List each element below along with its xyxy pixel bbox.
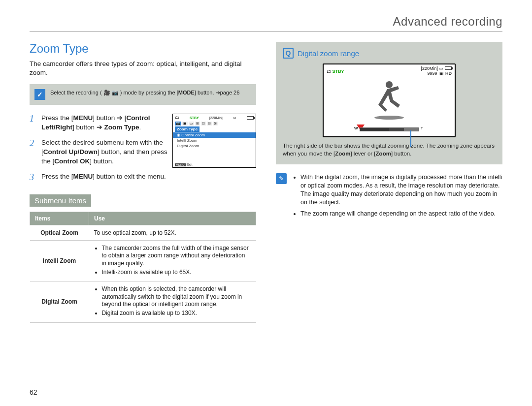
submenu-table: Items Use Optical Zoom To use optical zo… bbox=[30, 212, 256, 323]
step-2: 2 Select the desired submenu item with t… bbox=[30, 138, 168, 166]
tab-row: 📷 ▣▭ ⊞⊡ ⊟⊠ bbox=[173, 121, 256, 126]
digital-zoom-panel: Q Digital zoom range 🗂 STBY [220Min] ▭ 9… bbox=[276, 42, 502, 164]
magnifier-icon: Q bbox=[283, 48, 294, 59]
menu-item-optical: ◉ Optical Zoom bbox=[173, 132, 256, 138]
prerequisite-box: ✓ Select the recording ( 🎥 📷 ) mode by p… bbox=[30, 84, 256, 105]
card-icon: 🗂 bbox=[175, 115, 179, 120]
hd-icon: ▣ bbox=[439, 71, 444, 76]
chapter-header: Advanced recording bbox=[30, 15, 502, 32]
tab-active: 📷 bbox=[175, 122, 181, 125]
camera-icon: 📷 bbox=[112, 90, 119, 95]
left-column: Zoom Type The camcorder offers three typ… bbox=[30, 42, 256, 323]
col-items: Items bbox=[30, 212, 89, 225]
step-1-body: Press the [MENU] button ➔ [Control Left/… bbox=[41, 114, 168, 132]
step-3-body: Press the [MENU] button to exit the menu… bbox=[41, 172, 256, 182]
right-column: Q Digital zoom range 🗂 STBY [220Min] ▭ 9… bbox=[276, 42, 502, 323]
submenu-heading: Submenu Items bbox=[30, 194, 91, 207]
battery-icon bbox=[445, 66, 452, 70]
note-item: With the digital zoom, the image is digi… bbox=[300, 173, 502, 207]
menu-screenshot: 🗂 STBY [220Min] ▭ 📷 ▣▭ ⊞⊡ ⊟⊠ Zoom Type ◉… bbox=[172, 114, 256, 168]
callout-line bbox=[410, 130, 411, 147]
prerequisite-text: Select the recording ( 🎥 📷 ) mode by pre… bbox=[50, 89, 239, 96]
table-row: Digital Zoom When this option is selecte… bbox=[30, 281, 256, 322]
skateboarder-silhouette bbox=[360, 77, 419, 122]
menu-item-digital: Digital Zoom bbox=[173, 143, 256, 149]
page-number: 62 bbox=[30, 388, 37, 396]
step-1: 1 Press the [MENU] button ➔ [Control Lef… bbox=[30, 114, 168, 132]
step-2-body: Select the desired submenu item with the… bbox=[41, 138, 168, 166]
photo-count: 9999 bbox=[427, 71, 437, 76]
svg-point-0 bbox=[374, 116, 404, 120]
battery-icon bbox=[247, 116, 254, 120]
section-title: Zoom Type bbox=[30, 42, 256, 56]
stby-label: STBY bbox=[190, 116, 199, 120]
menu-item-intelli: Intelli Zoom bbox=[173, 138, 256, 143]
check-icon: ✓ bbox=[34, 89, 45, 100]
digital-zoom-screenshot: 🗂 STBY [220Min] ▭ 9999 ▣ HD W bbox=[323, 63, 456, 137]
remaining-time: [220Min] bbox=[209, 116, 223, 120]
card-icon: 🗂 STBY bbox=[327, 69, 344, 74]
note-icon: ✎ bbox=[276, 173, 287, 184]
remaining-time: [220Min] bbox=[421, 66, 438, 71]
intro-text: The camcorder offers three types of zoom… bbox=[30, 60, 256, 77]
col-use: Use bbox=[89, 212, 256, 225]
screenshot-section-label: Zoom Type bbox=[175, 126, 200, 132]
card-mini-icon: ▭ bbox=[439, 66, 443, 71]
notes-block: ✎ With the digital zoom, the image is di… bbox=[276, 173, 502, 220]
step-3: 3 Press the [MENU] button to exit the me… bbox=[30, 172, 256, 183]
table-row: Intelli Zoom The camcorder zooms the ful… bbox=[30, 240, 256, 281]
digital-zoom-title: Digital zoom range bbox=[298, 49, 359, 58]
chapter-title: Advanced recording bbox=[30, 15, 502, 29]
note-item: The zoom range will change depending on … bbox=[300, 210, 502, 218]
videocam-icon: 🎥 bbox=[103, 90, 110, 95]
menu-exit: MENUExit bbox=[175, 163, 192, 166]
card-mini-icon: ▭ bbox=[233, 116, 236, 120]
digital-zoom-caption: The right side of the bar shows the digi… bbox=[283, 142, 496, 157]
table-row: Optical Zoom To use optical zoom, up to … bbox=[30, 225, 256, 240]
